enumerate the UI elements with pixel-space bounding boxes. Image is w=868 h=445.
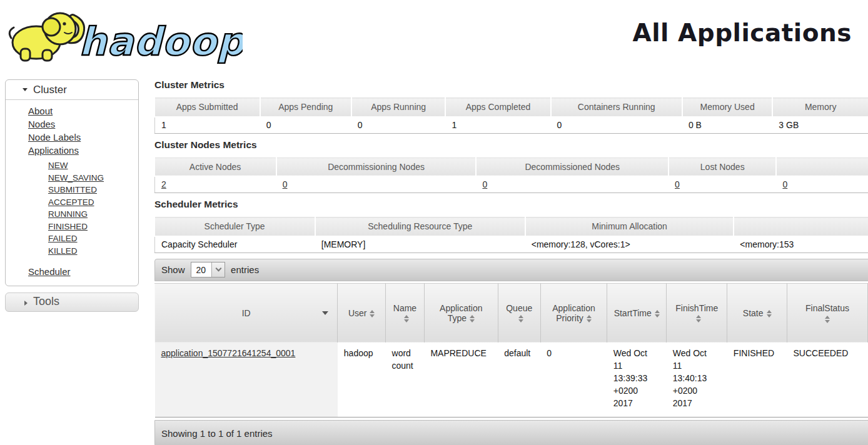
apps-col-finishtime[interactable]: FinishTime: [667, 283, 727, 342]
sort-icon: [470, 315, 475, 322]
table-row: Capacity Scheduler [MEMORY] <memory:128,…: [155, 236, 868, 253]
sort-icon: [655, 310, 660, 318]
apps-pending-value: 0: [260, 117, 351, 134]
select-arrow-icon: [211, 262, 225, 277]
list-item: ACCEPTED: [48, 196, 138, 209]
clipped-nodes-link[interactable]: 0: [782, 179, 787, 189]
col-apps-running: Apps Running: [351, 98, 446, 117]
col-label: FinalStatus: [805, 303, 849, 313]
cluster-metrics-table: Apps Submitted Apps Pending Apps Running…: [154, 98, 868, 134]
apps-col-state[interactable]: State: [727, 283, 787, 342]
sidebar-item-scheduler[interactable]: Scheduler: [28, 266, 71, 277]
active-nodes-link[interactable]: 2: [161, 179, 166, 189]
col-apps-submitted: Apps Submitted: [155, 98, 260, 117]
sort-icon: [825, 316, 830, 323]
lost-nodes-value: 0: [669, 176, 776, 193]
sidebar-item-killed[interactable]: KILLED: [48, 246, 78, 256]
table-header-row: ID User Name Application Type Queue Appl…: [155, 283, 868, 342]
show-label: Show: [161, 264, 185, 275]
col-decommissioned-nodes: Decommissioned Nodes: [476, 158, 669, 176]
list-item: RUNNING: [48, 208, 138, 221]
sidebar-item-node-labels[interactable]: Node Labels: [28, 132, 81, 142]
apps-col-id[interactable]: ID: [155, 283, 338, 342]
app-queue-cell: default: [498, 342, 540, 417]
col-decommissioning-nodes: Decommissioning Nodes: [276, 158, 477, 176]
sort-icon: [587, 315, 592, 322]
list-item: About: [28, 104, 138, 118]
sidebar-item-running[interactable]: RUNNING: [48, 209, 88, 219]
apps-col-application-priority[interactable]: Application Priority: [540, 283, 607, 342]
decommissioning-nodes-link[interactable]: 0: [283, 179, 288, 189]
sidebar-item-submitted[interactable]: SUBMITTED: [48, 185, 97, 194]
col-active-nodes: Active Nodes: [155, 158, 276, 176]
tools-section-header[interactable]: Tools: [5, 292, 139, 312]
col-memory-used: Memory Used: [682, 98, 772, 117]
cluster-section-header[interactable]: Cluster: [6, 80, 138, 100]
sidebar-item-finished[interactable]: FINISHED: [48, 222, 88, 231]
app-name-cell: word count: [386, 342, 425, 417]
app-priority-cell: 0: [540, 342, 607, 417]
sidebar-item-applications[interactable]: Applications: [28, 145, 79, 156]
apps-col-starttime[interactable]: StartTime: [607, 283, 667, 342]
apps-running-value: 0: [351, 117, 446, 134]
sidebar-item-accepted[interactable]: ACCEPTED: [48, 198, 94, 207]
application-state-links: NEW NEW_SAVING SUBMITTED ACCEPTED RUNNIN…: [48, 159, 138, 257]
col-label: Queue: [506, 303, 532, 313]
sidebar-item-failed[interactable]: FAILED: [48, 234, 78, 243]
apps-col-user[interactable]: User: [338, 283, 386, 342]
table-info-text: Showing 1 to 1 of 1 entries: [161, 428, 273, 439]
application-row: application_1507721641254_0001 hadoop wo…: [155, 342, 868, 417]
list-item: Applications: [28, 144, 138, 157]
main-content: Cluster Metrics Apps Submitted Apps Pend…: [154, 72, 868, 445]
cluster-links: About Nodes Node Labels Applications: [28, 104, 138, 157]
cluster-metrics-heading: Cluster Metrics: [154, 79, 868, 91]
apps-col-queue[interactable]: Queue: [498, 283, 540, 342]
col-label: User: [348, 308, 367, 318]
entries-label: entries: [231, 264, 259, 275]
app-state-cell: FINISHED: [727, 342, 787, 417]
col-memory-total: Memory: [772, 98, 868, 117]
clipped-nodes-value: 0: [776, 176, 868, 193]
table-info-toolbar: Showing 1 to 1 of 1 entries: [154, 420, 868, 445]
sort-icon: [404, 315, 409, 322]
sort-icon: [518, 315, 523, 322]
col-label: Name: [393, 303, 416, 313]
apps-col-finalstatus[interactable]: FinalStatus: [787, 283, 868, 342]
sidebar-item-new-saving[interactable]: NEW_SAVING: [48, 173, 104, 182]
apps-col-application-type[interactable]: Application Type: [424, 283, 498, 342]
page-title: All Applications: [633, 19, 852, 47]
table-row: Scheduler Type Scheduling Resource Type …: [155, 218, 868, 236]
sidebar-item-nodes[interactable]: Nodes: [28, 119, 55, 129]
sidebar-item-new[interactable]: NEW: [48, 161, 68, 170]
app-type-cell: MAPREDUCE: [424, 342, 498, 417]
page-size-value: 20: [191, 262, 212, 277]
table-length-toolbar: Show 20 entries: [154, 259, 868, 281]
app-id-cell: application_1507721641254_0001: [155, 342, 338, 417]
list-item: NEW_SAVING: [48, 172, 138, 184]
decommissioned-nodes-link[interactable]: 0: [482, 179, 487, 189]
sidebar-item-about[interactable]: About: [28, 106, 53, 116]
containers-running-value: 0: [551, 117, 682, 134]
sort-icon: [370, 310, 375, 318]
scheduler-type-value: Capacity Scheduler: [155, 236, 315, 253]
app-finalstatus-cell: SUCCEEDED: [787, 342, 868, 417]
app-finishtime-cell: Wed Oct 11 13:40:13 +0200 2017: [667, 342, 727, 417]
list-item: FAILED: [48, 232, 138, 245]
col-clipped: [776, 158, 868, 176]
col-label: State: [743, 308, 764, 318]
apps-col-name[interactable]: Name: [386, 283, 425, 342]
page-size-select[interactable]: 20: [191, 262, 226, 278]
sort-descending-icon: [322, 311, 328, 315]
col-label: StartTime: [614, 308, 652, 318]
hadoop-elephant-icon: hadoop: [4, 5, 243, 65]
decommissioning-nodes-value: 0: [276, 176, 477, 193]
lost-nodes-link[interactable]: 0: [675, 179, 680, 189]
application-id-link[interactable]: application_1507721641254_0001: [161, 348, 296, 358]
chevron-down-icon: [23, 88, 28, 91]
active-nodes-value: 2: [155, 176, 276, 193]
cluster-nodes-metrics-heading: Cluster Nodes Metrics: [154, 139, 868, 151]
col-minimum-allocation: Minimum Allocation: [525, 218, 734, 236]
cluster-nav-box: Cluster About Nodes Node Labels Applicat…: [5, 79, 139, 286]
cluster-nodes-metrics-table: Active Nodes Decommissioning Nodes Decom…: [154, 158, 868, 194]
col-apps-completed: Apps Completed: [445, 98, 550, 117]
